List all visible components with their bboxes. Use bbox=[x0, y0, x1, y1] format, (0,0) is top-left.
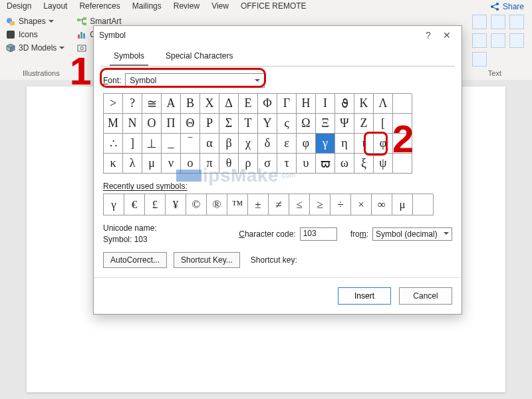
tab-symbols[interactable]: Symbols bbox=[110, 49, 148, 66]
autocorrect-button[interactable]: AutoCorrect... bbox=[103, 252, 167, 268]
ribbon-tab-view[interactable]: View bbox=[211, 1, 229, 11]
cancel-button[interactable]: Cancel bbox=[399, 287, 452, 305]
ribbon-shapes[interactable]: Shapes bbox=[5, 16, 65, 27]
symbol-cell[interactable]: δ bbox=[258, 134, 277, 154]
ribbon-tab-office-remote[interactable]: OFFICE REMOTE bbox=[241, 1, 307, 11]
symbol-cell[interactable]: _ bbox=[162, 134, 181, 154]
symbol-cell[interactable]: Δ bbox=[219, 94, 239, 114]
recent-symbol-cell[interactable]: ÷ bbox=[331, 194, 351, 215]
symbol-cell[interactable]: Σ bbox=[219, 114, 239, 134]
tab-special-characters[interactable]: Special Characters bbox=[162, 49, 237, 66]
symbol-cell[interactable]: Λ bbox=[374, 94, 393, 114]
symbol-cell[interactable]: β bbox=[219, 134, 239, 154]
object-icon[interactable] bbox=[472, 52, 487, 66]
symbol-cell[interactable]: ρ bbox=[239, 154, 258, 174]
symbol-cell[interactable]: Ω bbox=[297, 114, 316, 134]
recent-symbol-cell[interactable]: £ bbox=[145, 194, 166, 215]
recent-symbol-cell[interactable]: ≥ bbox=[310, 194, 331, 215]
recent-symbols-grid[interactable]: γ€£¥©®™±≠≤≥÷×∞μ bbox=[103, 194, 433, 215]
symbol-cell[interactable]: Ρ bbox=[200, 114, 219, 134]
symbol-cell[interactable]: ∴ bbox=[104, 134, 123, 154]
recent-symbol-cell[interactable] bbox=[413, 194, 434, 215]
symbol-cell[interactable]: ν bbox=[162, 154, 181, 174]
textbox-icon[interactable] bbox=[472, 15, 487, 29]
symbol-cell[interactable]: λ bbox=[123, 154, 142, 174]
symbol-cell[interactable]: η bbox=[335, 134, 354, 154]
recent-symbol-cell[interactable]: ¥ bbox=[166, 194, 186, 215]
recent-symbol-cell[interactable]: © bbox=[186, 194, 207, 215]
symbol-cell[interactable]: μ bbox=[142, 154, 162, 174]
symbol-cell[interactable]: τ bbox=[277, 154, 297, 174]
ribbon-3d-models[interactable]: 3D Models bbox=[5, 43, 65, 53]
recent-symbol-cell[interactable]: γ bbox=[104, 194, 124, 215]
symbol-cell[interactable] bbox=[393, 134, 412, 154]
ribbon-icons[interactable]: Icons bbox=[5, 29, 65, 40]
char-code-input[interactable]: 103 bbox=[300, 227, 337, 241]
symbol-cell[interactable]: ξ bbox=[354, 154, 374, 174]
symbol-cell[interactable]: Η bbox=[297, 94, 316, 114]
symbol-cell[interactable]: Υ bbox=[258, 114, 277, 134]
symbol-cell[interactable]: σ bbox=[258, 154, 277, 174]
quickparts-icon[interactable] bbox=[491, 15, 505, 29]
symbol-cell[interactable]: κ bbox=[104, 154, 123, 174]
symbol-cell[interactable]: ‾ bbox=[181, 134, 200, 154]
insert-button[interactable]: Insert bbox=[338, 287, 391, 305]
ribbon-tab-mailings[interactable]: Mailings bbox=[132, 1, 162, 11]
symbol-cell[interactable]: χ bbox=[239, 134, 258, 154]
symbol-cell[interactable] bbox=[393, 114, 412, 134]
symbol-cell[interactable]: Ι bbox=[316, 94, 335, 114]
dropcap-icon[interactable] bbox=[472, 33, 487, 48]
ribbon-tab-references[interactable]: References bbox=[79, 1, 120, 11]
symbol-cell[interactable]: ψ bbox=[374, 154, 393, 174]
close-button[interactable]: ✕ bbox=[438, 30, 456, 41]
symbol-cell[interactable]: ω bbox=[335, 154, 354, 174]
wordart-icon[interactable] bbox=[509, 15, 524, 29]
symbol-cell[interactable]: Γ bbox=[277, 94, 297, 114]
symbol-cell[interactable]: Ε bbox=[239, 94, 258, 114]
symbol-cell[interactable]: ι bbox=[354, 134, 374, 154]
symbol-cell[interactable]: γ bbox=[316, 134, 335, 154]
symbol-cell[interactable]: > bbox=[104, 94, 123, 114]
symbol-cell[interactable]: θ bbox=[219, 154, 239, 174]
symbol-cell[interactable]: ? bbox=[123, 94, 142, 114]
symbol-cell[interactable] bbox=[393, 94, 412, 114]
from-select[interactable]: Symbol (decimal) bbox=[372, 227, 452, 241]
symbol-grid[interactable]: >?≅ΑΒΧΔΕΦΓΗΙϑΚΛΜΝΟΠΘΡΣΤΥςΩΞΨΖ[∴]⊥_‾αβχδε… bbox=[103, 93, 412, 174]
symbol-cell[interactable]: Α bbox=[162, 94, 181, 114]
symbol-cell[interactable]: ϖ bbox=[316, 154, 335, 174]
symbol-cell[interactable]: Ψ bbox=[335, 114, 354, 134]
datetime-icon[interactable] bbox=[509, 33, 524, 48]
symbol-cell[interactable]: ε bbox=[277, 134, 297, 154]
symbol-cell[interactable]: φ bbox=[374, 134, 393, 154]
recent-symbol-cell[interactable]: ≠ bbox=[269, 194, 289, 215]
recent-symbol-cell[interactable]: ™ bbox=[227, 194, 248, 215]
signature-icon[interactable] bbox=[491, 33, 505, 48]
symbol-cell[interactable]: Τ bbox=[239, 114, 258, 134]
share-button[interactable]: Share bbox=[484, 0, 529, 13]
symbol-cell[interactable]: ⊥ bbox=[142, 134, 162, 154]
symbol-cell[interactable]: Θ bbox=[181, 114, 200, 134]
symbol-cell[interactable]: Μ bbox=[104, 114, 123, 134]
symbol-cell[interactable]: Ζ bbox=[354, 114, 374, 134]
ribbon-tab-review[interactable]: Review bbox=[174, 1, 200, 11]
symbol-cell[interactable]: π bbox=[200, 154, 219, 174]
recent-symbol-cell[interactable]: ≤ bbox=[289, 194, 310, 215]
symbol-cell[interactable]: Ν bbox=[123, 114, 142, 134]
recent-symbol-cell[interactable]: € bbox=[124, 194, 145, 215]
symbol-cell[interactable]: ο bbox=[181, 154, 200, 174]
symbol-cell[interactable]: Β bbox=[181, 94, 200, 114]
symbol-cell[interactable]: Ο bbox=[142, 114, 162, 134]
symbol-cell[interactable]: α bbox=[200, 134, 219, 154]
symbol-cell[interactable]: ϑ bbox=[335, 94, 354, 114]
symbol-cell[interactable]: φ bbox=[297, 134, 316, 154]
symbol-cell[interactable] bbox=[393, 154, 412, 174]
symbol-cell[interactable]: ] bbox=[123, 134, 142, 154]
help-button[interactable]: ? bbox=[419, 30, 438, 41]
symbol-cell[interactable]: ≅ bbox=[142, 94, 162, 114]
symbol-cell[interactable]: Π bbox=[162, 114, 181, 134]
symbol-cell[interactable]: Χ bbox=[200, 94, 219, 114]
recent-symbol-cell[interactable]: ± bbox=[248, 194, 269, 215]
recent-symbol-cell[interactable]: μ bbox=[392, 194, 413, 215]
font-select[interactable]: Symbol bbox=[125, 73, 265, 88]
shortcut-key-button[interactable]: Shortcut Key... bbox=[174, 252, 240, 268]
